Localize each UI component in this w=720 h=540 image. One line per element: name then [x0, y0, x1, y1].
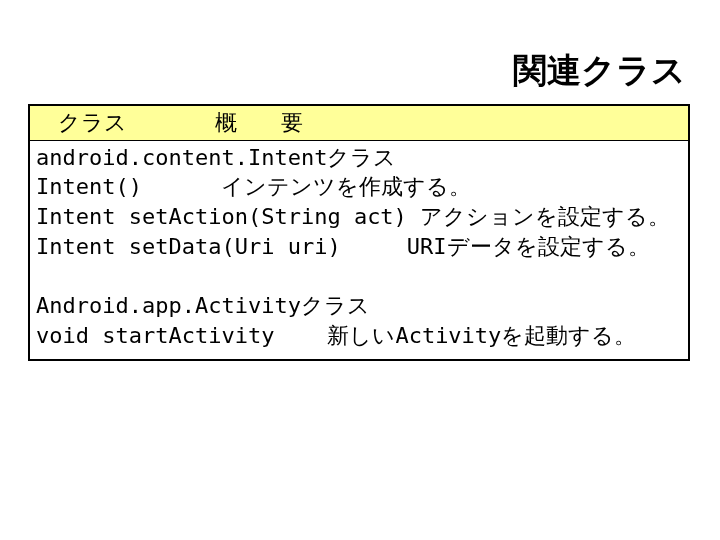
table-row: [36, 261, 682, 291]
header-col-class: クラス: [36, 110, 127, 135]
header-col-summary: 概 要: [127, 110, 303, 135]
table-row: Intent() インテンツを作成する。: [36, 172, 682, 202]
table-row: Intent setData(Uri uri) URIデータを設定する。: [36, 232, 682, 262]
table-row: Android.app.Activityクラス: [36, 291, 682, 321]
table-row: android.content.Intentクラス: [36, 143, 682, 173]
page-title: 関連クラス: [513, 48, 686, 94]
class-reference-table: クラス 概 要 android.content.IntentクラスIntent(…: [28, 104, 690, 361]
table-body: android.content.IntentクラスIntent() インテンツを…: [30, 141, 688, 359]
table-row: void startActivity 新しいActivityを起動する。: [36, 321, 682, 351]
table-row: Intent setAction(String act) アクションを設定する。: [36, 202, 682, 232]
table-header-row: クラス 概 要: [30, 106, 688, 141]
